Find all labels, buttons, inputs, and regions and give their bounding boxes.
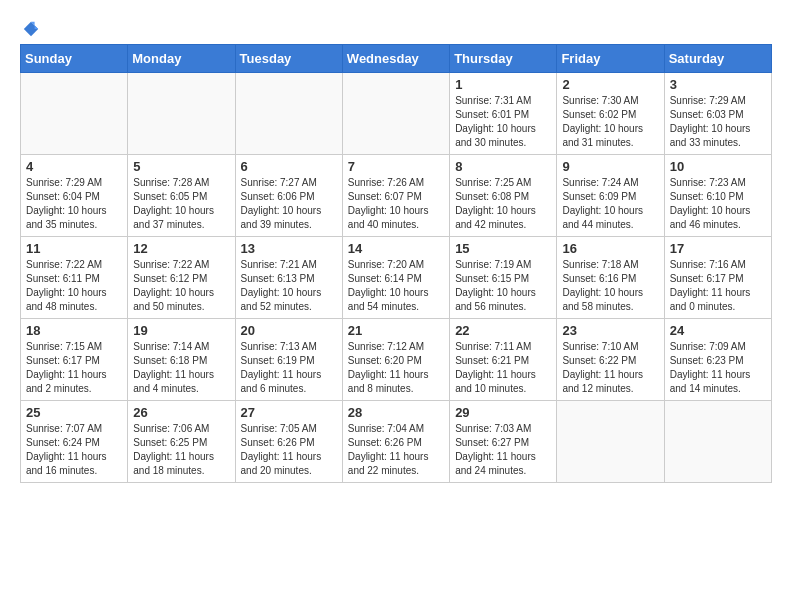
day-number: 9 (562, 159, 658, 174)
day-info: Sunrise: 7:26 AM Sunset: 6:07 PM Dayligh… (348, 176, 444, 232)
calendar-day-cell: 8Sunrise: 7:25 AM Sunset: 6:08 PM Daylig… (450, 155, 557, 237)
day-info: Sunrise: 7:18 AM Sunset: 6:16 PM Dayligh… (562, 258, 658, 314)
day-info: Sunrise: 7:29 AM Sunset: 6:03 PM Dayligh… (670, 94, 766, 150)
day-number: 1 (455, 77, 551, 92)
day-info: Sunrise: 7:27 AM Sunset: 6:06 PM Dayligh… (241, 176, 337, 232)
day-info: Sunrise: 7:22 AM Sunset: 6:12 PM Dayligh… (133, 258, 229, 314)
calendar-week-row: 18Sunrise: 7:15 AM Sunset: 6:17 PM Dayli… (21, 319, 772, 401)
calendar-day-cell: 17Sunrise: 7:16 AM Sunset: 6:17 PM Dayli… (664, 237, 771, 319)
day-number: 4 (26, 159, 122, 174)
day-number: 12 (133, 241, 229, 256)
day-info: Sunrise: 7:25 AM Sunset: 6:08 PM Dayligh… (455, 176, 551, 232)
day-number: 28 (348, 405, 444, 420)
day-info: Sunrise: 7:30 AM Sunset: 6:02 PM Dayligh… (562, 94, 658, 150)
day-number: 10 (670, 159, 766, 174)
calendar-day-cell (128, 73, 235, 155)
calendar-week-row: 4Sunrise: 7:29 AM Sunset: 6:04 PM Daylig… (21, 155, 772, 237)
day-info: Sunrise: 7:29 AM Sunset: 6:04 PM Dayligh… (26, 176, 122, 232)
day-info: Sunrise: 7:05 AM Sunset: 6:26 PM Dayligh… (241, 422, 337, 478)
day-info: Sunrise: 7:19 AM Sunset: 6:15 PM Dayligh… (455, 258, 551, 314)
calendar-day-cell: 3Sunrise: 7:29 AM Sunset: 6:03 PM Daylig… (664, 73, 771, 155)
day-number: 18 (26, 323, 122, 338)
calendar-day-cell: 29Sunrise: 7:03 AM Sunset: 6:27 PM Dayli… (450, 401, 557, 483)
day-number: 13 (241, 241, 337, 256)
logo-icon (22, 20, 40, 38)
page-header (20, 20, 772, 34)
day-info: Sunrise: 7:22 AM Sunset: 6:11 PM Dayligh… (26, 258, 122, 314)
day-info: Sunrise: 7:03 AM Sunset: 6:27 PM Dayligh… (455, 422, 551, 478)
day-info: Sunrise: 7:12 AM Sunset: 6:20 PM Dayligh… (348, 340, 444, 396)
calendar-table: SundayMondayTuesdayWednesdayThursdayFrid… (20, 44, 772, 483)
day-number: 25 (26, 405, 122, 420)
day-number: 22 (455, 323, 551, 338)
day-number: 27 (241, 405, 337, 420)
day-number: 8 (455, 159, 551, 174)
calendar-day-cell (664, 401, 771, 483)
day-info: Sunrise: 7:28 AM Sunset: 6:05 PM Dayligh… (133, 176, 229, 232)
day-number: 26 (133, 405, 229, 420)
calendar-day-cell: 7Sunrise: 7:26 AM Sunset: 6:07 PM Daylig… (342, 155, 449, 237)
calendar-day-cell: 27Sunrise: 7:05 AM Sunset: 6:26 PM Dayli… (235, 401, 342, 483)
calendar-day-cell: 2Sunrise: 7:30 AM Sunset: 6:02 PM Daylig… (557, 73, 664, 155)
weekday-header: Tuesday (235, 45, 342, 73)
calendar-week-row: 1Sunrise: 7:31 AM Sunset: 6:01 PM Daylig… (21, 73, 772, 155)
day-number: 3 (670, 77, 766, 92)
calendar-day-cell: 1Sunrise: 7:31 AM Sunset: 6:01 PM Daylig… (450, 73, 557, 155)
weekday-header: Saturday (664, 45, 771, 73)
calendar-day-cell: 6Sunrise: 7:27 AM Sunset: 6:06 PM Daylig… (235, 155, 342, 237)
day-info: Sunrise: 7:14 AM Sunset: 6:18 PM Dayligh… (133, 340, 229, 396)
calendar-day-cell: 11Sunrise: 7:22 AM Sunset: 6:11 PM Dayli… (21, 237, 128, 319)
calendar-day-cell: 23Sunrise: 7:10 AM Sunset: 6:22 PM Dayli… (557, 319, 664, 401)
day-info: Sunrise: 7:20 AM Sunset: 6:14 PM Dayligh… (348, 258, 444, 314)
day-info: Sunrise: 7:11 AM Sunset: 6:21 PM Dayligh… (455, 340, 551, 396)
logo (20, 20, 40, 34)
calendar-day-cell (557, 401, 664, 483)
day-info: Sunrise: 7:31 AM Sunset: 6:01 PM Dayligh… (455, 94, 551, 150)
calendar-day-cell: 22Sunrise: 7:11 AM Sunset: 6:21 PM Dayli… (450, 319, 557, 401)
day-info: Sunrise: 7:06 AM Sunset: 6:25 PM Dayligh… (133, 422, 229, 478)
day-number: 24 (670, 323, 766, 338)
day-number: 21 (348, 323, 444, 338)
calendar-day-cell: 14Sunrise: 7:20 AM Sunset: 6:14 PM Dayli… (342, 237, 449, 319)
day-info: Sunrise: 7:04 AM Sunset: 6:26 PM Dayligh… (348, 422, 444, 478)
day-number: 6 (241, 159, 337, 174)
day-number: 14 (348, 241, 444, 256)
calendar-day-cell: 20Sunrise: 7:13 AM Sunset: 6:19 PM Dayli… (235, 319, 342, 401)
calendar-day-cell: 18Sunrise: 7:15 AM Sunset: 6:17 PM Dayli… (21, 319, 128, 401)
calendar-day-cell: 12Sunrise: 7:22 AM Sunset: 6:12 PM Dayli… (128, 237, 235, 319)
calendar-day-cell: 15Sunrise: 7:19 AM Sunset: 6:15 PM Dayli… (450, 237, 557, 319)
calendar-day-cell: 21Sunrise: 7:12 AM Sunset: 6:20 PM Dayli… (342, 319, 449, 401)
day-number: 15 (455, 241, 551, 256)
calendar-day-cell: 26Sunrise: 7:06 AM Sunset: 6:25 PM Dayli… (128, 401, 235, 483)
calendar-week-row: 11Sunrise: 7:22 AM Sunset: 6:11 PM Dayli… (21, 237, 772, 319)
day-info: Sunrise: 7:10 AM Sunset: 6:22 PM Dayligh… (562, 340, 658, 396)
day-info: Sunrise: 7:23 AM Sunset: 6:10 PM Dayligh… (670, 176, 766, 232)
day-number: 7 (348, 159, 444, 174)
calendar-day-cell: 28Sunrise: 7:04 AM Sunset: 6:26 PM Dayli… (342, 401, 449, 483)
calendar-day-cell: 16Sunrise: 7:18 AM Sunset: 6:16 PM Dayli… (557, 237, 664, 319)
day-number: 17 (670, 241, 766, 256)
day-number: 19 (133, 323, 229, 338)
day-info: Sunrise: 7:15 AM Sunset: 6:17 PM Dayligh… (26, 340, 122, 396)
day-number: 2 (562, 77, 658, 92)
calendar-day-cell (235, 73, 342, 155)
day-number: 16 (562, 241, 658, 256)
calendar-day-cell: 24Sunrise: 7:09 AM Sunset: 6:23 PM Dayli… (664, 319, 771, 401)
day-number: 23 (562, 323, 658, 338)
day-info: Sunrise: 7:16 AM Sunset: 6:17 PM Dayligh… (670, 258, 766, 314)
calendar-day-cell: 19Sunrise: 7:14 AM Sunset: 6:18 PM Dayli… (128, 319, 235, 401)
day-info: Sunrise: 7:21 AM Sunset: 6:13 PM Dayligh… (241, 258, 337, 314)
weekday-header: Friday (557, 45, 664, 73)
day-info: Sunrise: 7:07 AM Sunset: 6:24 PM Dayligh… (26, 422, 122, 478)
calendar-day-cell: 10Sunrise: 7:23 AM Sunset: 6:10 PM Dayli… (664, 155, 771, 237)
day-number: 20 (241, 323, 337, 338)
calendar-day-cell: 4Sunrise: 7:29 AM Sunset: 6:04 PM Daylig… (21, 155, 128, 237)
day-number: 11 (26, 241, 122, 256)
weekday-header: Wednesday (342, 45, 449, 73)
calendar-day-cell (342, 73, 449, 155)
weekday-header: Thursday (450, 45, 557, 73)
day-info: Sunrise: 7:09 AM Sunset: 6:23 PM Dayligh… (670, 340, 766, 396)
calendar-week-row: 25Sunrise: 7:07 AM Sunset: 6:24 PM Dayli… (21, 401, 772, 483)
calendar-day-cell: 13Sunrise: 7:21 AM Sunset: 6:13 PM Dayli… (235, 237, 342, 319)
calendar-header-row: SundayMondayTuesdayWednesdayThursdayFrid… (21, 45, 772, 73)
